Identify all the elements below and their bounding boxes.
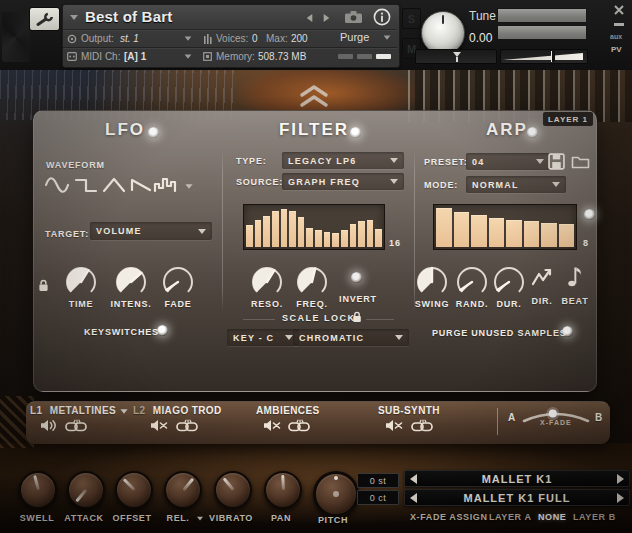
filter-type-select[interactable]: LEGACY LP6: [282, 152, 404, 169]
arp-swing-knob[interactable]: [412, 262, 452, 302]
arp-preset-select[interactable]: 04: [466, 153, 550, 170]
vibrato-knob[interactable]: [214, 471, 252, 509]
lfo-enable-light[interactable]: [148, 127, 159, 138]
minimize-icon[interactable]: [614, 23, 624, 26]
pitch-knob[interactable]: [313, 471, 359, 517]
pitch-semitones-readout[interactable]: 0 st: [357, 473, 399, 488]
filter-freq-knob[interactable]: [292, 262, 332, 302]
lfo-time-knob[interactable]: [61, 262, 101, 302]
step-bar[interactable]: [524, 221, 540, 247]
articulation-slot-a[interactable]: MALLET K1: [404, 470, 630, 487]
layer-item-l2[interactable]: L2 MIAGO TROD: [133, 405, 222, 416]
step-bar[interactable]: [375, 229, 382, 247]
release-knob[interactable]: [164, 471, 202, 509]
volume-slider[interactable]: [500, 49, 588, 64]
instrument-menu-caret[interactable]: [70, 15, 78, 20]
step-bar[interactable]: [324, 232, 331, 247]
scale-select[interactable]: CHROMATIC: [293, 329, 409, 346]
slot-b-next-icon[interactable]: [617, 493, 624, 503]
lfo-intensity-knob[interactable]: [111, 262, 151, 302]
waveform-square-icon[interactable]: [73, 174, 99, 196]
step-bar[interactable]: [489, 218, 505, 247]
release-caret[interactable]: [197, 517, 203, 521]
step-bar[interactable]: [454, 212, 470, 247]
step-bar[interactable]: [246, 225, 253, 247]
output-caret[interactable]: [185, 36, 192, 40]
prev-instrument-icon[interactable]: [307, 14, 313, 22]
arp-enable-light[interactable]: [527, 127, 538, 138]
step-bar[interactable]: [289, 211, 296, 247]
arp-steps-count[interactable]: 8: [583, 238, 589, 248]
tune-value[interactable]: 0.00: [469, 31, 492, 45]
xfade-assign-none[interactable]: NONE: [538, 512, 566, 522]
purge-button[interactable]: Purge: [340, 31, 369, 43]
keyswitches-light[interactable]: [157, 325, 168, 336]
swell-knob[interactable]: [19, 471, 57, 509]
output-value[interactable]: st. 1: [120, 33, 139, 44]
slot-a-next-icon[interactable]: [617, 474, 624, 484]
step-bar[interactable]: [559, 224, 575, 247]
info-button[interactable]: [373, 8, 391, 30]
filter-source-select[interactable]: GRAPH FREQ: [282, 173, 404, 190]
step-bar[interactable]: [281, 209, 288, 247]
step-bar[interactable]: [298, 217, 305, 247]
next-instrument-icon[interactable]: [324, 14, 330, 22]
collapse-chevron-icon[interactable]: [297, 82, 331, 110]
pitch-cents-readout[interactable]: 0 ct: [357, 490, 399, 505]
pv-button[interactable]: PV: [611, 45, 622, 54]
arp-rand-knob[interactable]: [452, 262, 492, 302]
step-bar[interactable]: [272, 211, 279, 247]
step-bar[interactable]: [358, 221, 365, 247]
attack-knob[interactable]: [67, 471, 105, 509]
speaker-muted-icon[interactable]: [263, 419, 281, 432]
step-bar[interactable]: [471, 215, 487, 247]
step-bar[interactable]: [350, 224, 357, 247]
snapshot-camera-button[interactable]: [344, 10, 364, 28]
arp-step-graph[interactable]: [433, 204, 577, 250]
midi-value[interactable]: [A] 1: [124, 51, 146, 62]
waveform-triangle-icon[interactable]: [101, 174, 127, 196]
volume-handle[interactable]: [551, 51, 555, 62]
waveform-caret[interactable]: [185, 184, 192, 189]
pan-knob[interactable]: [264, 471, 302, 509]
lfo-fade-knob[interactable]: [158, 262, 198, 302]
link-chain-icon[interactable]: [176, 419, 198, 432]
aux-button[interactable]: aux: [610, 33, 622, 40]
step-bar[interactable]: [263, 216, 270, 247]
arp-graph-light[interactable]: [584, 209, 595, 220]
scale-lock-icon[interactable]: [352, 311, 362, 323]
step-bar[interactable]: [436, 208, 452, 247]
arp-direction-icon[interactable]: [530, 266, 554, 288]
waveform-saw-icon[interactable]: [128, 174, 154, 196]
purge-caret[interactable]: [384, 35, 391, 39]
lock-icon[interactable]: [38, 279, 49, 292]
load-preset-folder-icon[interactable]: [571, 155, 590, 169]
pan-slider[interactable]: [415, 49, 497, 64]
step-bar[interactable]: [341, 230, 348, 247]
slot-a-prev-icon[interactable]: [410, 474, 417, 484]
arp-mode-select[interactable]: NORMAL: [466, 176, 566, 193]
filter-invert-light[interactable]: [351, 272, 362, 283]
filter-step-graph[interactable]: [243, 204, 385, 250]
filter-enable-light[interactable]: [350, 127, 361, 138]
filter-reso-knob[interactable]: [247, 262, 287, 302]
xfade-assign-layer-a[interactable]: LAYER A: [489, 512, 532, 522]
xfade-assign-layer-b[interactable]: LAYER B: [573, 512, 616, 522]
waveform-random-icon[interactable]: [153, 174, 179, 196]
max-value[interactable]: 200: [291, 33, 308, 44]
xfade-arc-slider[interactable]: [521, 404, 591, 430]
speaker-on-icon[interactable]: [40, 419, 58, 432]
step-bar[interactable]: [367, 220, 374, 247]
waveform-sine-icon[interactable]: [44, 174, 70, 196]
filter-steps-count[interactable]: 16: [389, 238, 401, 248]
step-bar[interactable]: [306, 228, 313, 247]
close-icon[interactable]: [613, 4, 625, 16]
layer-item-subsynth[interactable]: SUB-SYNTH: [378, 405, 444, 416]
key-select[interactable]: KEY - C: [227, 329, 299, 346]
wrench-button[interactable]: [29, 7, 60, 31]
layer-item-l1[interactable]: L1 METALTINES: [30, 405, 116, 416]
instrument-title[interactable]: Best of Bart: [85, 8, 172, 25]
arp-beat-note-icon[interactable]: [567, 264, 582, 288]
speaker-muted-icon[interactable]: [150, 419, 168, 432]
step-bar[interactable]: [255, 220, 262, 247]
